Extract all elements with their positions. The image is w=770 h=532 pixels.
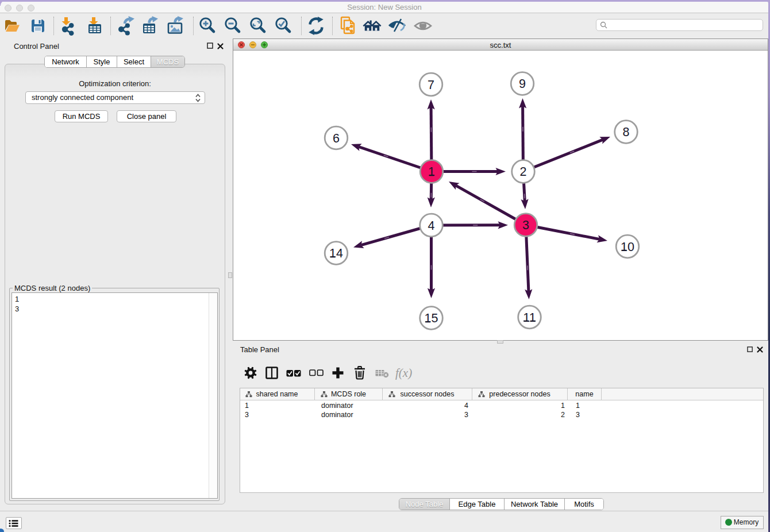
svg-text:11: 11 [523,311,536,325]
svg-text:3: 3 [522,218,529,232]
svg-text:9: 9 [519,77,526,91]
svg-text:7: 7 [428,78,434,92]
svg-text:10: 10 [621,240,634,254]
svg-text:15: 15 [425,311,438,325]
svg-text:1: 1 [428,165,435,179]
svg-text:2: 2 [520,165,527,179]
svg-text:6: 6 [333,132,340,145]
svg-text:4: 4 [428,219,435,233]
svg-text:8: 8 [623,125,630,139]
svg-text:14: 14 [329,246,343,260]
